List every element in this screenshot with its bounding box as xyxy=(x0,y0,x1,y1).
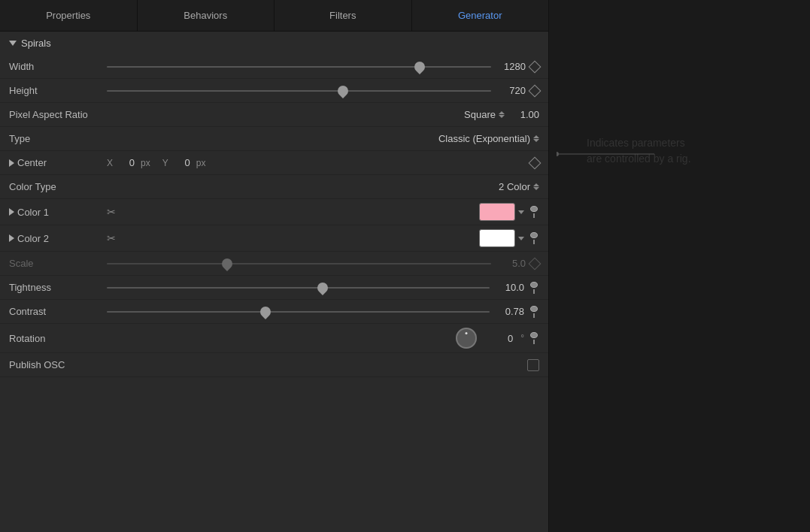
contrast-track xyxy=(107,311,490,313)
type-select[interactable]: Classic (Exponential) xyxy=(438,133,539,144)
pixel-aspect-ratio-chevron xyxy=(499,111,505,118)
tab-behaviors[interactable]: Behaviors xyxy=(138,0,275,31)
center-x-value: 0 xyxy=(120,157,135,168)
color-type-select[interactable]: 2 Color xyxy=(499,181,539,192)
color2-swatch-container xyxy=(479,229,524,247)
scale-slider xyxy=(107,258,491,270)
type-value: Classic (Exponential) xyxy=(438,133,530,144)
height-keyframe[interactable] xyxy=(529,84,542,97)
contrast-thumb[interactable] xyxy=(258,304,273,319)
color2-rig-icon xyxy=(529,232,539,244)
scale-thumb xyxy=(220,256,235,271)
rotation-value: 0 xyxy=(483,333,513,344)
section-spirals[interactable]: Spirals xyxy=(0,32,548,55)
color1-swatch[interactable] xyxy=(479,203,515,221)
height-thumb[interactable] xyxy=(335,83,350,98)
color-type-chevron xyxy=(533,183,539,190)
pixel-aspect-ratio-value: 1.00 xyxy=(509,109,539,120)
contrast-rig-icon xyxy=(529,306,539,318)
tab-filters[interactable]: Filters xyxy=(275,0,412,31)
color2-expand-icon[interactable] xyxy=(9,234,14,242)
color2-swatch-chevron[interactable] xyxy=(518,237,524,240)
tightness-rig-icon xyxy=(529,282,539,294)
tab-generator[interactable]: Generator xyxy=(412,0,549,31)
collapse-icon xyxy=(9,41,17,46)
height-value: 720 xyxy=(496,85,526,96)
rotation-rig-icon xyxy=(529,332,539,344)
scale-value: 5.0 xyxy=(496,258,526,269)
rotation-content: 0 ° xyxy=(107,328,524,349)
color2-label: Color 2 xyxy=(17,233,49,244)
tightness-track xyxy=(107,287,490,289)
tab-bar: Properties Behaviors Filters Generator xyxy=(0,0,548,32)
tightness-label: Tightness xyxy=(9,282,107,293)
pixel-aspect-ratio-preset[interactable]: Square xyxy=(464,109,505,120)
row-center: Center X 0 px Y 0 px xyxy=(0,151,548,175)
color1-expand-icon[interactable] xyxy=(9,208,14,216)
properties-panel: Properties Behaviors Filters Generator S… xyxy=(0,0,549,532)
color2-eyedropper-icon[interactable]: ✂ xyxy=(107,232,116,244)
color2-swatch[interactable] xyxy=(479,229,515,247)
tab-properties[interactable]: Properties xyxy=(0,0,138,31)
annotation-area: Indicates parameters are controlled by a… xyxy=(549,0,810,532)
tightness-thumb[interactable] xyxy=(315,280,330,295)
section-title: Spirals xyxy=(21,38,51,49)
publish-osc-content xyxy=(107,359,539,371)
pixel-aspect-ratio-preset-label: Square xyxy=(464,109,496,120)
width-thumb[interactable] xyxy=(412,59,427,74)
width-label: Width xyxy=(9,61,107,72)
row-color-type: Color Type 2 Color xyxy=(0,175,548,199)
color2-content: ✂ xyxy=(107,229,524,247)
height-label: Height xyxy=(9,85,107,96)
color-type-content: 2 Color xyxy=(107,181,539,192)
publish-osc-checkbox[interactable] xyxy=(527,359,539,371)
type-label: Type xyxy=(9,133,107,144)
panel-content: Spirals Width 1280 Height xyxy=(0,32,548,532)
publish-osc-label: Publish OSC xyxy=(9,359,107,370)
x-unit: px xyxy=(141,158,150,168)
color-type-label: Color Type xyxy=(9,181,107,192)
pixel-aspect-ratio-label: Pixel Aspect Ratio xyxy=(9,109,107,120)
center-expand-icon[interactable] xyxy=(9,159,14,167)
width-keyframe[interactable] xyxy=(529,60,542,73)
row-height: Height 720 xyxy=(0,79,548,103)
contrast-slider[interactable] xyxy=(107,306,490,318)
type-chevron xyxy=(533,135,539,142)
color1-swatch-chevron[interactable] xyxy=(518,210,524,214)
center-keyframe[interactable] xyxy=(529,156,542,169)
row-rotation: Rotation 0 ° xyxy=(0,324,548,353)
color1-eyedropper-icon[interactable]: ✂ xyxy=(107,206,116,218)
contrast-content: 0.78 xyxy=(107,306,524,318)
annotation-line-svg xyxy=(557,147,707,169)
color1-swatch-container xyxy=(479,203,524,221)
y-unit: px xyxy=(196,158,206,168)
scale-keyframe xyxy=(529,257,542,270)
width-track xyxy=(107,66,491,68)
width-slider[interactable] xyxy=(107,61,491,73)
row-width: Width 1280 xyxy=(0,55,548,79)
color1-rig-icon xyxy=(529,206,539,218)
row-publish-osc: Publish OSC xyxy=(0,353,548,377)
center-label: Center xyxy=(17,157,47,168)
type-content: Classic (Exponential) xyxy=(107,133,539,144)
height-track xyxy=(107,90,491,92)
center-y-value: 0 xyxy=(175,157,190,168)
height-content: 720 xyxy=(107,85,526,97)
height-slider[interactable] xyxy=(107,85,491,97)
width-value: 1280 xyxy=(496,61,526,72)
scale-label: Scale xyxy=(9,258,107,269)
color-type-value: 2 Color xyxy=(499,181,530,192)
row-scale: Scale 5.0 xyxy=(0,252,548,276)
tightness-slider[interactable] xyxy=(107,282,490,294)
row-type: Type Classic (Exponential) xyxy=(0,127,548,151)
scale-track xyxy=(107,263,491,264)
row-color1: Color 1 ✂ xyxy=(0,199,548,225)
row-contrast: Contrast 0.78 xyxy=(0,300,548,324)
x-label: X xyxy=(107,158,113,168)
rotation-dial[interactable] xyxy=(456,328,477,349)
color1-label: Color 1 xyxy=(17,207,49,218)
contrast-label: Contrast xyxy=(9,306,107,317)
rotation-label: Rotation xyxy=(9,333,107,344)
pixel-aspect-ratio-content: Square 1.00 xyxy=(107,109,539,120)
row-pixel-aspect-ratio: Pixel Aspect Ratio Square 1.00 xyxy=(0,103,548,127)
